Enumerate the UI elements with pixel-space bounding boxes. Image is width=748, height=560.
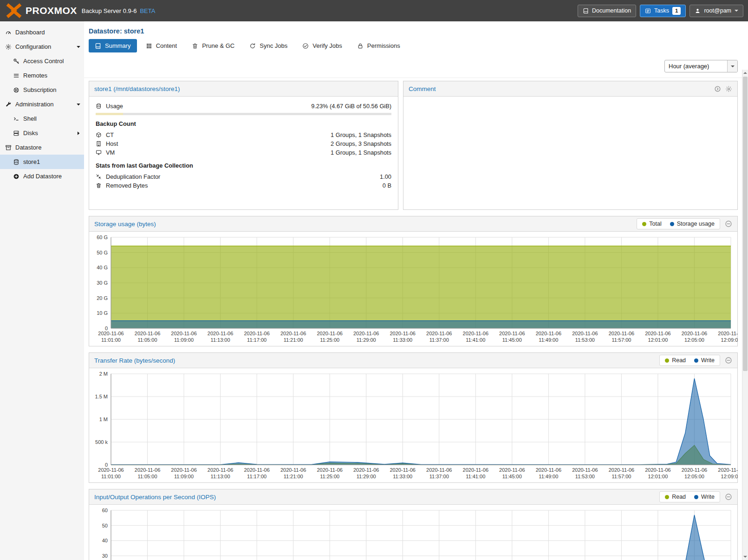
tab-content[interactable]: Content [140, 39, 183, 52]
cube-icon [96, 132, 102, 138]
compress-icon [96, 174, 102, 180]
svg-text:2020-11-06: 2020-11-06 [426, 467, 452, 473]
svg-text:2020-11-06: 2020-11-06 [682, 331, 707, 336]
svg-text:50: 50 [102, 523, 108, 528]
svg-text:11:45:00: 11:45:00 [502, 337, 522, 343]
beta-link[interactable]: BETA [140, 7, 155, 14]
brand-name: PROXMOX [26, 5, 77, 16]
tab-verify-jobs[interactable]: Verify Jobs [296, 39, 348, 52]
panel-tools [714, 85, 732, 92]
sidebar-item-store1[interactable]: store1 [0, 155, 84, 169]
svg-text:11:05:00: 11:05:00 [138, 474, 157, 479]
proxmox-brand: PROXMOX [5, 3, 77, 18]
sidebar-item-label: Dashboard [15, 29, 45, 36]
chart-title: Transfer Rate (bytes/second) [94, 357, 175, 364]
svg-text:2020-11-06: 2020-11-06 [682, 467, 707, 473]
sidebar-item-dashboard[interactable]: Dashboard [0, 25, 84, 39]
sidebar-item-datastore[interactable]: Datastore [0, 140, 84, 155]
svg-text:1 M: 1 M [99, 417, 108, 422]
tasks-button[interactable]: Tasks 1 [640, 5, 686, 17]
storage-usage-chart: 010 G20 G30 G40 G50 G60 G2020-11-0611:01… [90, 233, 738, 345]
tab-prune-gc[interactable]: Prune & GC [186, 39, 241, 52]
usage-progress-bar [96, 113, 391, 115]
sidebar-item-add-datastore[interactable]: Add Datastore [0, 169, 84, 183]
svg-text:60 G: 60 G [97, 234, 108, 240]
user-menu-button[interactable]: root@pam [689, 5, 743, 17]
legend-item-read[interactable]: Read [665, 494, 686, 500]
stat-row-removed-bytes: Removed Bytes0 B [96, 181, 391, 190]
vertical-scrollbar[interactable] [742, 70, 748, 560]
sidebar-item-access-control[interactable]: Access Control [0, 54, 84, 68]
charts-area: Storage usage (bytes)TotalStorage usage0… [89, 216, 738, 560]
panel-title: Comment [409, 85, 436, 92]
gear-icon[interactable] [725, 85, 732, 92]
transfer-rate-chart: 0500 k1 M1.5 M2 M2020-11-0611:01:002020-… [90, 370, 738, 482]
summary-body: Usage9.23% (4.67 GiB of 50.56 GiB)Backup… [89, 97, 398, 195]
svg-text:2020-11-06: 2020-11-06 [390, 467, 416, 473]
svg-text:2020-11-06: 2020-11-06 [499, 331, 525, 336]
collapse-icon[interactable] [725, 493, 732, 501]
tab-sync-jobs[interactable]: Sync Jobs [243, 39, 293, 52]
period-select[interactable]: Hour (average) [664, 60, 738, 72]
legend-item-storage-usage[interactable]: Storage usage [670, 221, 715, 227]
section-heading: Backup Count [96, 120, 391, 127]
scrollbar-thumb[interactable] [743, 77, 748, 371]
sidebar-item-configuration[interactable]: Configuration [0, 39, 84, 54]
scroll-down-arrow[interactable] [742, 553, 748, 560]
sidebar-item-disks[interactable]: Disks [0, 126, 84, 140]
caret-down-icon[interactable] [75, 44, 82, 50]
main-content: Datastore: store1 SummaryContentPrune & … [84, 21, 748, 560]
sidebar-item-remotes[interactable]: Remotes [0, 68, 84, 83]
sidebar-item-administration[interactable]: Administration [0, 97, 84, 111]
svg-text:2020-11-06: 2020-11-06 [208, 331, 233, 336]
documentation-button[interactable]: Documentation [578, 5, 636, 17]
proxmox-logo-icon [5, 3, 23, 18]
caret-right-icon[interactable] [75, 130, 82, 137]
svg-text:12:01:00: 12:01:00 [648, 337, 668, 343]
legend-item-total[interactable]: Total [642, 221, 661, 227]
svg-text:12:01:00: 12:01:00 [648, 474, 668, 479]
chevron-down-icon[interactable] [727, 60, 737, 72]
tab-summary[interactable]: Summary [89, 39, 137, 52]
svg-text:11:57:00: 11:57:00 [611, 474, 631, 479]
svg-text:2020-11-06: 2020-11-06 [463, 331, 488, 336]
scroll-up-arrow[interactable] [742, 70, 748, 76]
svg-text:11:49:00: 11:49:00 [539, 474, 558, 479]
legend-item-write[interactable]: Write [694, 357, 715, 364]
book-icon [95, 43, 101, 49]
svg-text:12:09:00: 12:09:00 [721, 337, 738, 343]
legend-item-write[interactable]: Write [694, 494, 715, 500]
collapse-icon[interactable] [725, 220, 732, 228]
expand-icon[interactable] [714, 85, 721, 92]
svg-text:2020-11-06: 2020-11-06 [317, 467, 342, 473]
chart-title: Input/Output Operations per Second (IOPS… [94, 494, 216, 501]
svg-text:30: 30 [102, 553, 108, 559]
svg-text:11:41:00: 11:41:00 [466, 474, 485, 479]
sidebar-item-subscription[interactable]: Subscription [0, 83, 84, 97]
stat-row-vm: VM1 Groups, 1 Snapshots [96, 148, 391, 157]
iops-chart: 01020304050602020-11-0611:01:002020-11-0… [90, 506, 738, 560]
usage-row: Usage9.23% (4.67 GiB of 50.56 GiB) [96, 102, 391, 111]
tab-permissions[interactable]: Permissions [351, 39, 406, 52]
svg-text:12:05:00: 12:05:00 [684, 337, 704, 343]
sidebar-item-shell[interactable]: Shell [0, 111, 84, 126]
svg-text:11:33:00: 11:33:00 [393, 337, 412, 343]
caret-down-icon[interactable] [75, 101, 82, 108]
svg-text:1.5 M: 1.5 M [95, 394, 108, 399]
svg-text:2020-11-06: 2020-11-06 [499, 467, 525, 473]
svg-text:11:09:00: 11:09:00 [174, 337, 194, 343]
svg-text:2020-11-06: 2020-11-06 [208, 467, 233, 473]
svg-text:11:57:00: 11:57:00 [611, 337, 631, 343]
svg-text:12:05:00: 12:05:00 [684, 474, 704, 479]
transfer-rate-chart-body: 0500 k1 M1.5 M2 M2020-11-0611:01:002020-… [89, 368, 737, 482]
svg-text:2020-11-06: 2020-11-06 [572, 331, 598, 336]
toolbar: Hour (average) [84, 57, 748, 78]
svg-text:11:33:00: 11:33:00 [393, 474, 412, 479]
svg-text:2020-11-06: 2020-11-06 [135, 331, 160, 336]
comment-body[interactable] [403, 97, 737, 210]
page-title: Datastore: store1 [84, 21, 748, 39]
collapse-icon[interactable] [725, 357, 732, 364]
gears-icon [5, 44, 12, 50]
svg-text:40: 40 [102, 538, 108, 543]
legend-item-read[interactable]: Read [665, 357, 686, 364]
